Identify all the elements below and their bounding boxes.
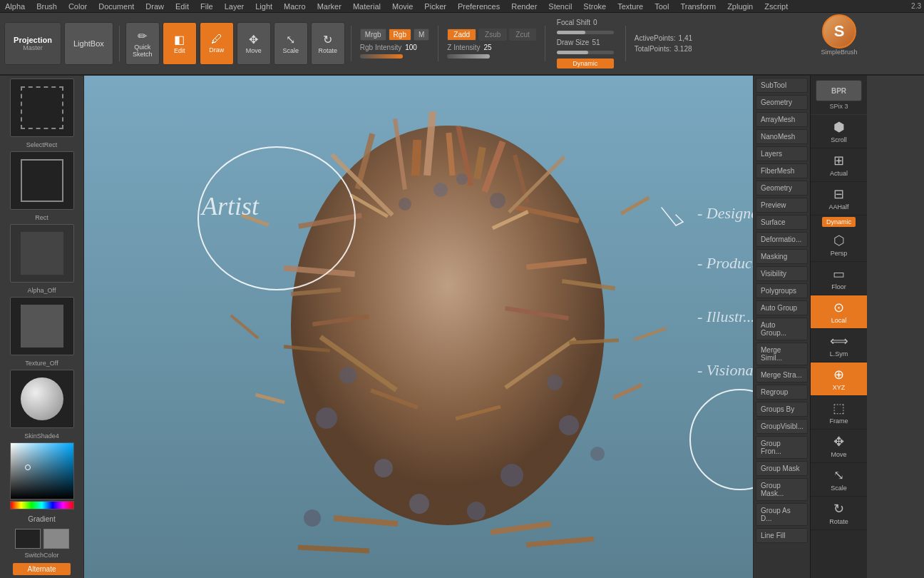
- preview-menu-item[interactable]: Preview: [756, 198, 808, 213]
- geometry2-menu-item[interactable]: Geometry: [756, 181, 808, 196]
- menu-movie[interactable]: Movie: [390, 2, 415, 11]
- rotate-button[interactable]: ↻ Rotate: [311, 22, 345, 65]
- menu-zplugin[interactable]: Zplugin: [725, 2, 755, 11]
- zcut-button[interactable]: Zcut: [509, 29, 535, 41]
- m-button[interactable]: M: [414, 29, 429, 41]
- menu-picker[interactable]: Picker: [422, 2, 448, 11]
- menu-zscript[interactable]: Zscript: [762, 2, 790, 11]
- menu-draw[interactable]: Draw: [143, 2, 166, 11]
- menu-marker[interactable]: Marker: [315, 2, 344, 11]
- color-hue-bar[interactable]: [10, 501, 74, 509]
- group-front-menu-item[interactable]: Group Fron...: [756, 436, 808, 459]
- menu-alpha[interactable]: Alpha: [3, 2, 27, 11]
- local-button[interactable]: ⊙ Local: [811, 295, 867, 329]
- projection-master-button[interactable]: Projection Master: [4, 22, 61, 65]
- draw-button[interactable]: 🖊 Draw: [200, 22, 234, 65]
- canvas-area[interactable]: Artist - Designer - Product - Illustr...…: [84, 76, 810, 578]
- floor-button[interactable]: ▭ Floor: [811, 262, 867, 295]
- group-visible-menu-item[interactable]: GroupVisibl...: [756, 419, 808, 434]
- focal-shift-slider[interactable]: [557, 31, 614, 34]
- l-sym-button[interactable]: ⟺ L.Sym: [811, 329, 867, 362]
- select-rect-thumb[interactable]: [10, 78, 74, 137]
- visibility-menu-item[interactable]: Visibility: [756, 266, 808, 281]
- menu-light[interactable]: Light: [253, 2, 274, 11]
- bpr-button[interactable]: BPR: [816, 80, 862, 101]
- deformation-menu-item[interactable]: Deformatio...: [756, 232, 808, 247]
- dynamic-button[interactable]: Dynamic: [557, 59, 614, 69]
- z-intensity-slider[interactable]: [447, 54, 490, 59]
- scroll-button[interactable]: ⬢ Scroll: [811, 115, 867, 148]
- draw-size-slider[interactable]: [557, 51, 614, 54]
- groups-by-menu-item[interactable]: Groups By: [756, 402, 808, 417]
- frame-button[interactable]: ⬚ Frame: [811, 396, 867, 430]
- zsub-button[interactable]: Zsub: [478, 29, 507, 41]
- group-as-d-menu-item[interactable]: Group As D...: [756, 503, 808, 526]
- rotate-tool-button[interactable]: ↻ Rotate: [811, 497, 867, 530]
- aa-half-button[interactable]: ⊟ AAHalf: [811, 182, 867, 216]
- auto-group-menu-item[interactable]: Auto Group: [756, 300, 808, 315]
- alternate-button[interactable]: Alternate: [13, 563, 70, 575]
- menu-document[interactable]: Document: [96, 2, 136, 11]
- svg-point-25: [339, 367, 356, 384]
- menu-layer[interactable]: Layer: [222, 2, 247, 11]
- masking-menu-item[interactable]: Masking: [756, 249, 808, 264]
- scroll-icon: ⬢: [833, 119, 845, 135]
- menu-stroke[interactable]: Stroke: [581, 2, 608, 11]
- merge-straight-menu-item[interactable]: Merge Stra...: [756, 367, 808, 382]
- menu-brush[interactable]: Brush: [34, 2, 59, 11]
- menu-edit[interactable]: Edit: [173, 2, 191, 11]
- fiber-mesh-menu-item[interactable]: FiberMesh: [756, 163, 808, 178]
- scale-icon: ⤡: [286, 33, 295, 46]
- nano-mesh-menu-item[interactable]: NanoMesh: [756, 129, 808, 144]
- alpha-thumb[interactable]: [10, 224, 74, 283]
- actual-label: Actual: [830, 170, 848, 177]
- layers-menu-item[interactable]: Layers: [756, 146, 808, 161]
- geometry-menu-item[interactable]: Geometry: [756, 95, 808, 110]
- menu-texture[interactable]: Texture: [615, 2, 645, 11]
- menu-tool[interactable]: Tool: [652, 2, 671, 11]
- surface-menu-item[interactable]: Surface: [756, 215, 808, 230]
- array-mesh-menu-item[interactable]: ArrayMesh: [756, 112, 808, 127]
- persp-button[interactable]: ⬡ Persp: [811, 228, 867, 262]
- subtool-menu-item[interactable]: SubTool: [756, 78, 808, 93]
- focal-shift-slider-fill: [557, 31, 585, 34]
- move-button[interactable]: ✥ Move: [237, 22, 271, 65]
- group-mask2-menu-item[interactable]: Group Mask...: [756, 478, 808, 501]
- lightbox-button[interactable]: LightBox: [64, 22, 113, 65]
- menu-macro[interactable]: Macro: [282, 2, 308, 11]
- line-fill-menu-item[interactable]: Line Fill: [756, 528, 808, 543]
- alpha-label: Alpha_Off: [28, 287, 56, 294]
- menu-preferences[interactable]: Preferences: [456, 2, 502, 11]
- menu-color[interactable]: Color: [66, 2, 89, 11]
- scale-button[interactable]: ⤡ Scale: [274, 22, 308, 65]
- dynamic-label-button[interactable]: Dynamic: [822, 217, 856, 227]
- zadd-button[interactable]: Zadd: [447, 29, 476, 41]
- rgb-button[interactable]: Rgb: [389, 29, 411, 41]
- color-picker[interactable]: [10, 442, 74, 509]
- primary-color-swatch[interactable]: [15, 529, 41, 549]
- regroup-menu-item[interactable]: Regroup: [756, 385, 808, 400]
- actual-button[interactable]: ⊞ Actual: [811, 148, 867, 182]
- color-square[interactable]: [10, 442, 74, 500]
- move-tool-button[interactable]: ✥ Move: [811, 430, 867, 463]
- menu-file[interactable]: File: [198, 2, 215, 11]
- xyz-button[interactable]: ⊕ XYZ: [811, 362, 867, 396]
- points-info: ActivePoints: 1,41 TotalPoints: 3.128: [635, 34, 692, 53]
- menu-material[interactable]: Material: [351, 2, 383, 11]
- menu-stencil[interactable]: Stencil: [546, 2, 574, 11]
- secondary-color-swatch[interactable]: [43, 529, 69, 549]
- quick-sketch-button[interactable]: ✏ QuickSketch: [125, 22, 160, 65]
- auto-group2-menu-item[interactable]: Auto Group...: [756, 318, 808, 340]
- scale-tool-button[interactable]: ⤡ Scale: [811, 463, 867, 497]
- menu-render[interactable]: Render: [509, 2, 539, 11]
- rect-thumb[interactable]: [10, 151, 74, 210]
- polygroups-menu-item[interactable]: Polygroups: [756, 283, 808, 298]
- menu-transform[interactable]: Transform: [678, 2, 718, 11]
- merge-similar-menu-item[interactable]: Merge Simil...: [756, 343, 808, 365]
- edit-button[interactable]: ◧ Edit: [163, 22, 197, 65]
- texture-thumb[interactable]: [10, 297, 74, 355]
- rgb-intensity-slider[interactable]: [360, 54, 403, 59]
- skin-shade-thumb[interactable]: [10, 370, 74, 428]
- group-mask-menu-item[interactable]: Group Mask: [756, 461, 808, 476]
- mrgb-button[interactable]: Mrgb: [360, 29, 386, 41]
